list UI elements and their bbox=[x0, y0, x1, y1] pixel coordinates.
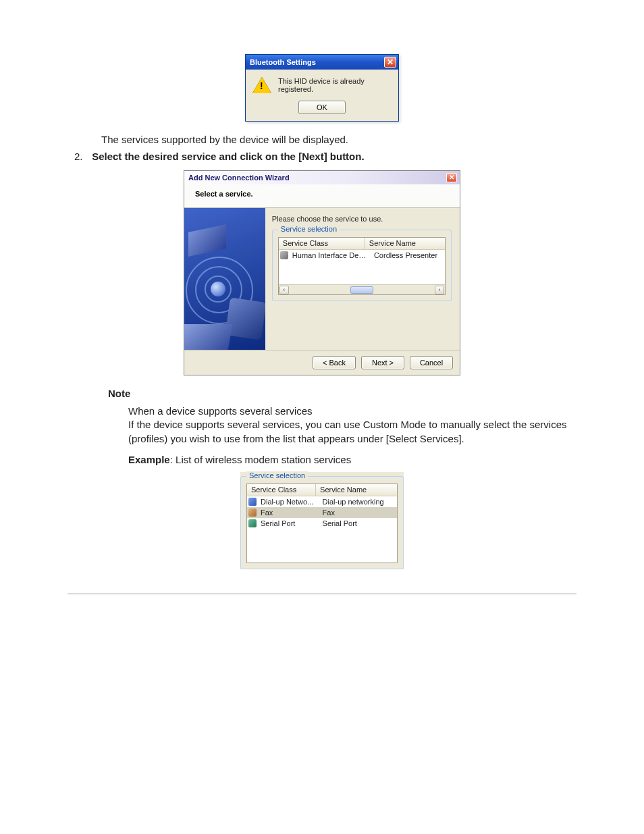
fax-icon bbox=[248, 509, 257, 517]
example-label: Example bbox=[128, 454, 170, 465]
next-button[interactable]: Next > bbox=[361, 356, 404, 369]
table-row[interactable]: Serial PortSerial Port bbox=[247, 518, 397, 529]
note-heading: Note bbox=[108, 388, 576, 399]
column-header-name[interactable]: Service Name bbox=[316, 484, 397, 496]
hid-icon bbox=[280, 251, 288, 259]
service-table[interactable]: Service Class Service Name Dial-up Netwo… bbox=[246, 484, 398, 563]
cell-service-name: Cordless Presenter bbox=[371, 251, 444, 260]
service-table[interactable]: Service Class Service Name Human Interfa… bbox=[278, 237, 446, 295]
service-selection-figure: Service selection Service Class Service … bbox=[240, 472, 404, 569]
table-row[interactable]: FaxFax bbox=[247, 507, 397, 518]
step-2: 2. Select the desired service and click … bbox=[74, 151, 576, 162]
cancel-button[interactable]: Cancel bbox=[410, 356, 453, 369]
scroll-thumb[interactable] bbox=[350, 286, 373, 294]
group-legend: Service selection bbox=[278, 225, 340, 233]
wizard-illustration bbox=[184, 208, 265, 350]
close-icon[interactable]: ✕ bbox=[446, 173, 457, 182]
cell-service-class: Fax bbox=[258, 508, 320, 517]
dialup-icon bbox=[248, 498, 257, 506]
cell-service-class: Serial Port bbox=[258, 519, 320, 528]
wizard-heading: Select a service. bbox=[184, 184, 460, 208]
cell-service-name: Serial Port bbox=[320, 519, 396, 528]
scroll-right-icon[interactable]: › bbox=[435, 286, 444, 294]
horizontal-scrollbar[interactable]: ‹ › bbox=[279, 284, 445, 294]
note-body: If the device supports several services,… bbox=[128, 418, 576, 446]
back-button[interactable]: < Back bbox=[313, 356, 356, 369]
note-subheading: When a device supports several services bbox=[128, 405, 576, 418]
wizard-instruction: Please choose the service to use. bbox=[272, 215, 452, 223]
example-text: : List of wireless modem station service… bbox=[170, 454, 351, 465]
bluetooth-messagebox: Bluetooth Settings ✕ This HID device is … bbox=[245, 54, 399, 122]
step-number: 2. bbox=[74, 151, 89, 162]
table-row[interactable]: Human Interface DeviceCordless Presenter bbox=[279, 250, 445, 261]
table-row[interactable]: Dial-up Netwo...Dial-up networking bbox=[247, 496, 397, 507]
cell-service-class: Dial-up Netwo... bbox=[258, 497, 320, 506]
cell-service-name: Dial-up networking bbox=[320, 497, 396, 506]
add-connection-wizard: Add New Connection Wizard ✕ Select a ser… bbox=[184, 170, 460, 375]
service-selection-group: Service selection Service Class Service … bbox=[240, 476, 404, 569]
messagebox-titlebar: Bluetooth Settings ✕ bbox=[246, 55, 398, 70]
warning-icon bbox=[252, 76, 271, 94]
cell-service-name: Fax bbox=[320, 508, 396, 517]
cell-service-class: Human Interface Device bbox=[290, 251, 371, 260]
messagebox-title: Bluetooth Settings bbox=[250, 58, 316, 66]
ok-button[interactable]: OK bbox=[298, 101, 346, 114]
scroll-left-icon[interactable]: ‹ bbox=[279, 286, 289, 294]
messagebox-text: This HID device is already registered. bbox=[278, 77, 392, 93]
service-selection-group: Service selection Service Class Service … bbox=[272, 230, 452, 301]
serial-icon bbox=[248, 519, 257, 527]
step-instruction: Select the desired service and click on … bbox=[92, 151, 364, 162]
group-legend: Service selection bbox=[246, 471, 308, 479]
wizard-titlebar: Add New Connection Wizard ✕ bbox=[184, 171, 460, 184]
wizard-title: Add New Connection Wizard bbox=[188, 174, 290, 182]
column-header-class[interactable]: Service Class bbox=[279, 238, 365, 249]
intro-text: The services supported by the device wil… bbox=[101, 134, 576, 145]
page-divider bbox=[68, 594, 576, 594]
close-icon[interactable]: ✕ bbox=[384, 57, 396, 68]
column-header-class[interactable]: Service Class bbox=[247, 484, 316, 496]
column-header-name[interactable]: Service Name bbox=[365, 238, 445, 249]
